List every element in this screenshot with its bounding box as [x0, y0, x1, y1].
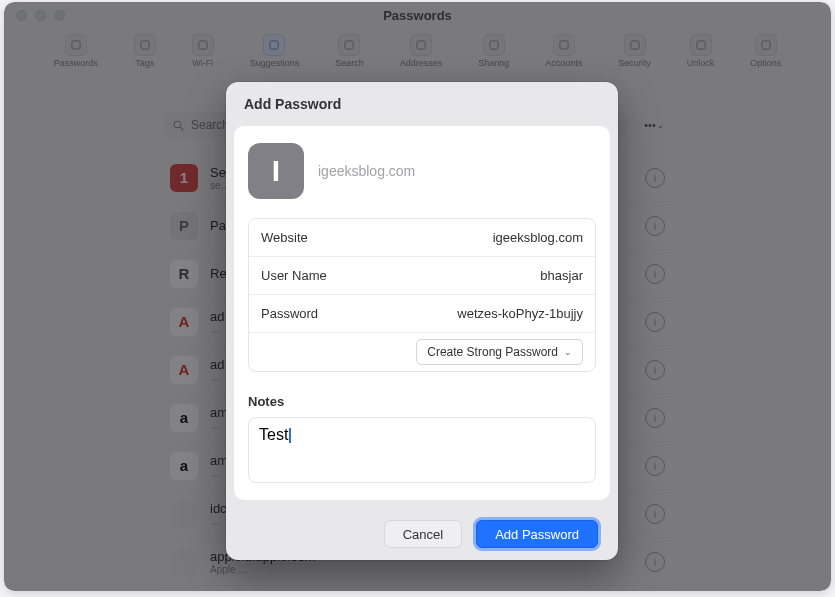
strong-password-row: Create Strong Password ⌄ — [249, 333, 595, 371]
username-input[interactable] — [327, 268, 583, 283]
site-favicon-placeholder: I — [248, 143, 304, 199]
password-label: Password — [261, 306, 318, 321]
notes-field[interactable]: Test — [248, 417, 596, 483]
text-caret — [289, 428, 291, 443]
username-row[interactable]: User Name — [249, 257, 595, 295]
create-strong-password-button[interactable]: Create Strong Password ⌄ — [416, 339, 583, 365]
passwords-window: Passwords Passwords Tags Wi-Fi Suggestio… — [4, 2, 831, 591]
sheet-body: I Website User Name Password — [234, 126, 610, 500]
sheet-title: Add Password — [226, 82, 618, 126]
username-label: User Name — [261, 268, 327, 283]
credential-form: Website User Name Password Create Strong… — [248, 218, 596, 372]
password-row[interactable]: Password — [249, 295, 595, 333]
chevron-down-icon: ⌄ — [564, 347, 572, 357]
add-password-button[interactable]: Add Password — [476, 520, 598, 548]
cancel-button[interactable]: Cancel — [384, 520, 462, 548]
site-name-input[interactable] — [318, 163, 596, 179]
sheet-footer: Cancel Add Password — [226, 508, 618, 560]
password-input[interactable] — [318, 306, 583, 321]
create-strong-password-label: Create Strong Password — [427, 345, 558, 359]
identity-row: I — [248, 138, 596, 204]
add-password-sheet: Add Password I Website User Name Passwor… — [226, 82, 618, 560]
website-row[interactable]: Website — [249, 219, 595, 257]
website-input[interactable] — [308, 230, 583, 245]
notes-heading: Notes — [248, 394, 596, 409]
website-label: Website — [261, 230, 308, 245]
notes-text: Test — [259, 426, 288, 443]
